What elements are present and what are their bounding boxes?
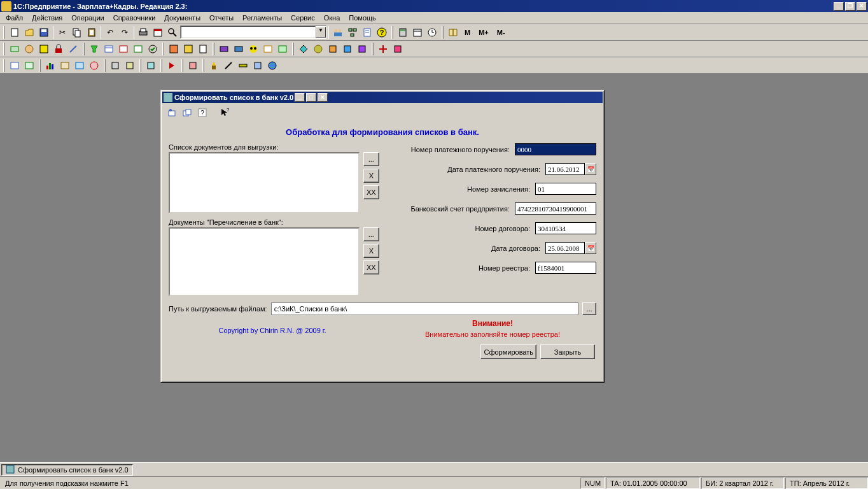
tb3-icon-7[interactable] (108, 59, 122, 73)
contract-number-input[interactable] (535, 222, 596, 234)
close-dialog-button[interactable]: Закрыть (540, 344, 595, 359)
tb-people-icon[interactable] (331, 25, 345, 39)
dlg-tb-icon-1[interactable] (165, 106, 179, 120)
transfer-remove-all-button[interactable]: XX (363, 260, 379, 274)
tb2-icon-6[interactable] (87, 42, 101, 56)
dlg-tb-pointer-icon[interactable]: ? (217, 106, 231, 120)
tb2-icon-12[interactable] (181, 42, 195, 56)
tb2-icon-23[interactable] (355, 42, 369, 56)
form-button[interactable]: Сформировать (480, 344, 536, 359)
path-browse-button[interactable]: ... (582, 302, 596, 315)
minimize-button[interactable]: _ (834, 2, 844, 11)
tb-new-icon[interactable] (8, 25, 22, 39)
menu-file[interactable]: Файл (1, 13, 27, 23)
tb3-play-icon[interactable] (165, 59, 179, 73)
tb3-icon-11[interactable] (186, 59, 200, 73)
tb-clock-icon[interactable] (425, 25, 439, 39)
tb3-icon-2[interactable] (22, 59, 36, 73)
tb2-icon-4[interactable] (52, 42, 66, 56)
tb-open-icon[interactable] (22, 25, 36, 39)
dlg-tb-icon-2[interactable] (180, 106, 194, 120)
payment-date-picker-button[interactable]: 📅 (585, 163, 596, 175)
tb3-globe-icon[interactable] (265, 59, 279, 73)
dialog-close-button[interactable]: ✕ (318, 93, 328, 102)
contract-date-input[interactable] (545, 242, 585, 254)
tb-paste-icon[interactable] (85, 25, 99, 39)
tb3-icon-13[interactable] (221, 59, 235, 73)
tb3-icon-8[interactable] (123, 59, 137, 73)
tb3-icon-15[interactable] (251, 59, 265, 73)
tb3-chart-icon[interactable] (43, 59, 57, 73)
payment-date-input[interactable] (545, 163, 585, 175)
tb2-icon-8[interactable] (116, 42, 130, 56)
tb2-icon-19[interactable] (297, 42, 311, 56)
tb3-icon-14[interactable] (236, 59, 250, 73)
tb-find-icon[interactable] (165, 25, 179, 39)
tb-book-icon[interactable] (446, 25, 460, 39)
tb3-icon-1[interactable] (8, 59, 22, 73)
menu-actions[interactable]: Действия (27, 13, 67, 23)
tb-print-icon[interactable] (136, 25, 150, 39)
bank-account-input[interactable] (515, 202, 596, 215)
tb3-icon-6[interactable] (87, 59, 101, 73)
tb2-icon-22[interactable] (340, 42, 354, 56)
tb-search-dropdown[interactable]: ▼ (180, 25, 326, 39)
close-button[interactable]: ✕ (857, 2, 867, 11)
dlg-tb-help-icon[interactable]: ? (195, 106, 209, 120)
dialog-maximize-button[interactable]: □ (306, 93, 316, 102)
tb2-icon-2[interactable] (22, 42, 36, 56)
menu-reports[interactable]: Отчеты (205, 13, 238, 23)
tb-help-icon[interactable]: ? (375, 25, 389, 39)
credit-number-input[interactable] (535, 183, 596, 195)
tb-save-icon[interactable] (37, 25, 51, 39)
doclist-listbox[interactable] (169, 152, 360, 213)
tb2-icon-14[interactable] (217, 42, 231, 56)
menu-documents[interactable]: Документы (160, 13, 205, 23)
restore-button[interactable]: ❐ (845, 2, 855, 11)
doclist-browse-button[interactable]: ... (363, 152, 379, 166)
tb2-icon-15[interactable] (232, 42, 246, 56)
tb2-icon-20[interactable] (311, 42, 325, 56)
tb-redo-icon[interactable]: ↷ (118, 25, 132, 39)
tb-memory-mplus[interactable]: M+ (475, 25, 493, 39)
tb2-icon-17[interactable] (261, 42, 275, 56)
tb2-icon-21[interactable] (326, 42, 340, 56)
registry-number-input[interactable] (535, 262, 596, 274)
payment-number-input[interactable] (515, 143, 596, 155)
tb2-icon-18[interactable] (276, 42, 290, 56)
tb-memory-m[interactable]: M (461, 25, 474, 39)
dialog-minimize-button[interactable]: _ (295, 93, 305, 102)
tb-memory-mminus[interactable]: M- (493, 25, 509, 39)
tb-doc-icon[interactable] (360, 25, 374, 39)
tb2-icon-10[interactable] (146, 42, 160, 56)
menu-directories[interactable]: Справочники (109, 13, 160, 23)
tb-undo-icon[interactable]: ↶ (103, 25, 117, 39)
path-input[interactable]: c:\ЗиК\_Списки в банк\ (271, 302, 578, 315)
tb-calc-icon[interactable] (396, 25, 410, 39)
tb2-icon-7[interactable] (102, 42, 116, 56)
doclist-remove-button[interactable]: X (363, 169, 379, 183)
transfer-browse-button[interactable]: ... (363, 227, 379, 241)
tb-calendar-icon[interactable] (151, 25, 165, 39)
menu-operations[interactable]: Операции (67, 13, 108, 23)
tb2-icon-5[interactable] (66, 42, 80, 56)
taskbar-item[interactable]: Сформировать список в банк v2.0 (1, 464, 133, 476)
menu-reglaments[interactable]: Регламенты (238, 13, 286, 23)
tb-cut-icon[interactable]: ✂ (55, 25, 69, 39)
tb2-icon-3[interactable] (37, 42, 51, 56)
tb2-icon-24[interactable] (376, 42, 390, 56)
tb2-icon-25[interactable] (391, 42, 405, 56)
tb-tree-icon[interactable] (346, 25, 360, 39)
menu-windows[interactable]: Окна (319, 13, 345, 23)
tb3-icon-12[interactable] (207, 59, 221, 73)
tb3-icon-5[interactable] (73, 59, 87, 73)
doclist-remove-all-button[interactable]: XX (363, 185, 379, 199)
tb3-icon-4[interactable] (58, 59, 72, 73)
tb2-icon-13[interactable] (196, 42, 210, 56)
tb2-icon-9[interactable] (131, 42, 145, 56)
contract-date-picker-button[interactable]: 📅 (585, 242, 596, 254)
menu-help[interactable]: Помощь (344, 13, 381, 23)
transfer-listbox[interactable] (169, 227, 360, 296)
menu-service[interactable]: Сервис (286, 13, 319, 23)
tb2-icon-11[interactable] (167, 42, 181, 56)
